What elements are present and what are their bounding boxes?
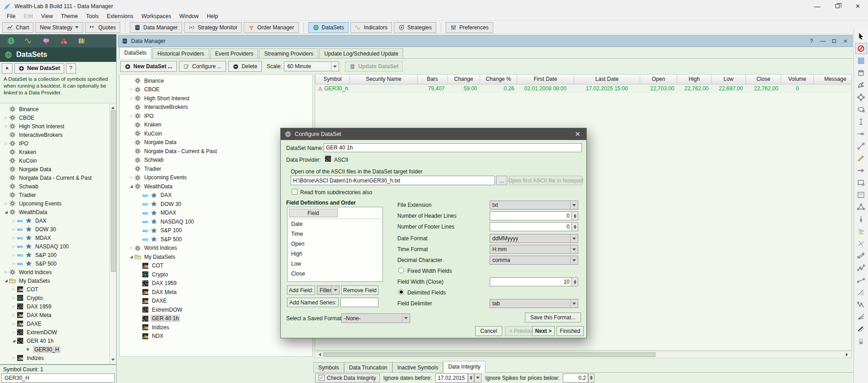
expander-icon[interactable] bbox=[11, 262, 17, 266]
save-format-button[interactable]: Save this Format... bbox=[525, 313, 581, 322]
drawing-tool-button[interactable] bbox=[855, 250, 867, 262]
dm-tab[interactable]: Historical Providers bbox=[152, 48, 209, 58]
tree-item[interactable]: NASDAQ 100 bbox=[1, 242, 116, 251]
drawing-tool-button[interactable] bbox=[855, 189, 867, 201]
field-list-item[interactable]: Low bbox=[288, 259, 382, 269]
column-header[interactable]: Message bbox=[814, 75, 852, 84]
menu-item[interactable]: Theme bbox=[57, 12, 82, 20]
header-lines-spinner[interactable]: 0 bbox=[490, 211, 578, 220]
bottom-tab[interactable]: Symbols bbox=[313, 362, 344, 372]
menu-item[interactable]: Window bbox=[175, 12, 203, 20]
expander-icon[interactable] bbox=[128, 88, 134, 91]
tree-item[interactable]: DAX Meta bbox=[1, 311, 116, 319]
menu-item[interactable]: File bbox=[3, 12, 19, 20]
scrollbar-thumb[interactable] bbox=[323, 352, 656, 357]
expander-icon[interactable] bbox=[11, 219, 17, 223]
scroll-up-button[interactable] bbox=[110, 103, 116, 110]
table-horizontal-scrollbar[interactable] bbox=[315, 351, 852, 358]
table-row[interactable]: ⚠GER30_h 79,407 59.00 0.26 02.01.2008 08… bbox=[316, 84, 852, 93]
expander-icon[interactable] bbox=[128, 176, 134, 179]
filler-dropdown[interactable]: Filler bbox=[317, 285, 340, 295]
tree-item[interactable]: World Indices bbox=[1, 268, 116, 276]
fixed-width-radio[interactable] bbox=[398, 267, 404, 273]
expander-icon[interactable] bbox=[128, 185, 134, 188]
add-named-series-button[interactable]: Add Named Series: bbox=[287, 298, 339, 307]
drawing-tool-button[interactable] bbox=[855, 238, 867, 249]
dm-maximize-button[interactable] bbox=[829, 37, 839, 45]
column-header[interactable]: Close bbox=[746, 75, 781, 84]
tree-item[interactable]: IPO bbox=[126, 112, 312, 121]
date-format-dropdown[interactable]: ddMMyyyy bbox=[490, 234, 578, 243]
drawing-tool-button[interactable] bbox=[855, 287, 867, 298]
tree-item[interactable]: S&P 500 bbox=[1, 259, 116, 268]
file-extension-dropdown[interactable]: txt bbox=[490, 201, 578, 210]
next-button[interactable]: Next > bbox=[532, 326, 555, 336]
decimal-character-dropdown[interactable]: comma bbox=[490, 256, 578, 265]
menu-item[interactable]: Tools bbox=[82, 12, 103, 20]
dialog-close-button[interactable]: ✕ bbox=[573, 130, 582, 138]
dm-help-button[interactable]: ? bbox=[807, 37, 816, 45]
tree-item[interactable]: Kraken bbox=[1, 148, 116, 156]
expander-icon[interactable] bbox=[11, 288, 17, 291]
quotes-button[interactable]: Quotes bbox=[85, 22, 120, 33]
tree-item[interactable]: GER 40 1h bbox=[1, 336, 116, 345]
menu-item[interactable]: Workspaces bbox=[137, 12, 175, 20]
tree-item[interactable]: Schwab bbox=[1, 182, 116, 191]
menu-item[interactable]: View bbox=[37, 12, 57, 20]
expander-icon[interactable] bbox=[11, 228, 17, 231]
dm-tab[interactable]: Event Providers bbox=[210, 48, 259, 58]
column-header[interactable]: Symbol bbox=[316, 75, 350, 84]
order-manager-button[interactable]: Order Manager bbox=[244, 22, 298, 33]
symbol-list-item[interactable]: GER30_H bbox=[5, 375, 29, 381]
expander-icon[interactable] bbox=[11, 253, 17, 257]
tree-item[interactable]: IPO bbox=[1, 139, 116, 148]
tree-item[interactable]: Binance bbox=[1, 105, 116, 113]
dm-configure-button[interactable]: Configure ... bbox=[179, 61, 226, 72]
brain-icon[interactable] bbox=[42, 37, 50, 45]
scroll-down-button[interactable] bbox=[110, 357, 116, 364]
dm-tab[interactable]: DataSets bbox=[119, 47, 151, 59]
column-header[interactable]: Change % bbox=[480, 75, 517, 84]
expander-icon[interactable] bbox=[11, 331, 17, 334]
expander-icon[interactable] bbox=[11, 245, 17, 248]
check-data-integrity-toggle[interactable]: ✓ Check Data Integrity bbox=[315, 374, 380, 383]
drawing-tool-button[interactable] bbox=[855, 116, 867, 127]
symbol-list[interactable]: GER30_H bbox=[1, 374, 115, 383]
drawing-tool-button[interactable] bbox=[855, 43, 867, 54]
field-list-item[interactable]: Time bbox=[288, 229, 382, 239]
column-header[interactable]: First Date bbox=[517, 75, 574, 84]
expander-icon[interactable] bbox=[3, 142, 9, 145]
books-icon[interactable] bbox=[78, 37, 85, 45]
date-dropdown-button[interactable] bbox=[474, 374, 481, 383]
tree-item[interactable]: High Short Interest bbox=[1, 122, 116, 131]
strategy-monitor-button[interactable]: Strategy Monitor bbox=[184, 22, 242, 33]
field-list[interactable]: Field DateTimeOpenHighLowClose bbox=[287, 207, 383, 282]
tree-item[interactable]: DAX 1959 bbox=[1, 302, 116, 311]
new-strategy-button[interactable]: New Strategy bbox=[35, 22, 83, 33]
tree-item[interactable]: Upcoming Events bbox=[1, 199, 116, 208]
column-header[interactable]: Bars bbox=[418, 75, 448, 84]
expander-icon[interactable] bbox=[11, 356, 17, 360]
dm-new-dataset-button[interactable]: New DataSet ... bbox=[120, 61, 177, 72]
expander-icon[interactable] bbox=[3, 116, 9, 120]
drawing-tool-button[interactable] bbox=[855, 323, 867, 335]
tree-item[interactable]: High Short Interest bbox=[126, 94, 312, 103]
time-format-dropdown[interactable]: H:mm bbox=[490, 245, 578, 254]
expander-icon[interactable] bbox=[3, 202, 9, 206]
expander-icon[interactable] bbox=[11, 339, 17, 343]
drawing-tool-button[interactable] bbox=[855, 92, 867, 103]
read-subdirs-checkbox[interactable] bbox=[292, 189, 297, 195]
expander-icon[interactable] bbox=[128, 255, 134, 259]
footer-lines-spinner[interactable]: 0 bbox=[490, 222, 578, 231]
bottom-tab[interactable]: Data Integrity bbox=[443, 361, 485, 373]
tree-item[interactable]: Indizes bbox=[1, 354, 116, 362]
bottom-tab[interactable]: Inactive Symbols bbox=[392, 362, 443, 372]
help-button[interactable]: ? bbox=[66, 63, 76, 74]
tree-item[interactable]: MDAX bbox=[1, 234, 116, 242]
drawing-tool-button[interactable] bbox=[855, 140, 867, 152]
field-column-header[interactable]: Field bbox=[289, 209, 338, 217]
tree-item[interactable]: Tradier bbox=[1, 191, 116, 199]
checkbox-checked-icon[interactable]: ✓ bbox=[319, 375, 325, 381]
tree-item[interactable]: Binance bbox=[126, 76, 312, 85]
sidebar-tree-scrollbar[interactable] bbox=[109, 103, 116, 364]
